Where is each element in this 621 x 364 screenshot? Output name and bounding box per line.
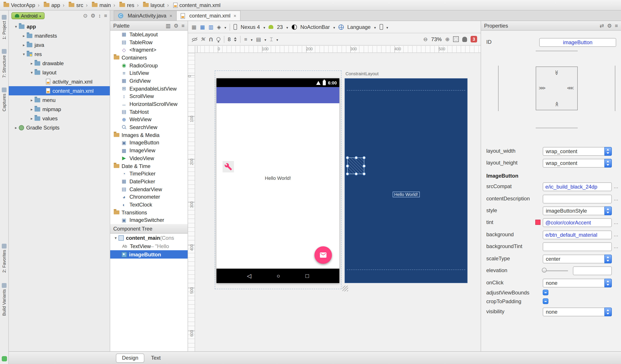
tree-expand-icon[interactable] bbox=[113, 236, 119, 240]
tree-expand-icon[interactable] bbox=[13, 125, 19, 130]
image-button-widget[interactable] bbox=[223, 161, 234, 172]
orientation-diamond-icon[interactable]: ◈ bbox=[217, 24, 221, 30]
gear-icon[interactable]: ⚙ bbox=[90, 13, 95, 19]
tree-item[interactable]: Gradle Scripts bbox=[9, 123, 110, 132]
croptopadding-checkbox[interactable] bbox=[543, 298, 548, 304]
tool-window-button[interactable]: Captures bbox=[2, 87, 7, 111]
tree-item[interactable]: menu bbox=[9, 95, 110, 104]
palette-item[interactable]: GridView bbox=[110, 77, 188, 85]
close-icon[interactable]: × bbox=[170, 13, 172, 18]
layout-height-select[interactable]: wrap_content bbox=[543, 159, 612, 168]
language-select[interactable]: Language bbox=[347, 24, 371, 30]
palette-item[interactable]: ImageSwitcher bbox=[110, 216, 188, 224]
stepper-icon[interactable] bbox=[604, 255, 612, 263]
constraint-inspector[interactable] bbox=[481, 47, 621, 133]
palette-item[interactable]: ExpandableListView bbox=[110, 85, 188, 92]
tree-expand-icon[interactable] bbox=[29, 107, 34, 111]
slider-knob[interactable] bbox=[542, 268, 547, 273]
guideline-menu-icon[interactable]: ⌶ bbox=[270, 36, 273, 42]
infer-constraints-icon[interactable] bbox=[216, 37, 220, 41]
navigate-icon[interactable]: ⊙ bbox=[83, 13, 87, 19]
palette-item[interactable]: TableRow bbox=[110, 38, 188, 46]
palette-item[interactable]: CalendarView bbox=[110, 186, 188, 193]
tree-item[interactable]: content_main.xml bbox=[9, 86, 110, 95]
tree-expand-icon[interactable] bbox=[29, 116, 34, 121]
browse-button[interactable]: … bbox=[614, 196, 619, 201]
blueprint-preview[interactable]: Hello World! bbox=[345, 78, 467, 283]
tree-item[interactable]: mipmap bbox=[9, 104, 110, 114]
palette-item[interactable]: ImageButton bbox=[110, 139, 188, 147]
design-canvas[interactable]: 6:00 Hello World! ◁ bbox=[195, 53, 481, 351]
palette-item[interactable]: SearchView bbox=[110, 124, 188, 131]
palette-item[interactable]: ImageView bbox=[110, 147, 188, 155]
elevation-input[interactable] bbox=[573, 266, 612, 275]
style-select[interactable]: imageButtonStyle bbox=[543, 207, 612, 215]
background-input[interactable] bbox=[543, 231, 612, 239]
contentdescription-input[interactable] bbox=[543, 195, 612, 203]
tree-item[interactable]: java bbox=[9, 40, 110, 50]
design-surface-icon[interactable]: ▦ bbox=[191, 24, 197, 30]
palette-view-mode-icon[interactable]: ▥ bbox=[166, 22, 171, 29]
palette-item[interactable]: <fragment> bbox=[110, 46, 188, 54]
device-select[interactable]: Nexus 4 bbox=[241, 24, 260, 30]
palette-item[interactable]: TableLayout bbox=[110, 31, 188, 38]
component-tree-imagebutton[interactable]: imageButton bbox=[110, 250, 188, 259]
design-tab[interactable]: Design bbox=[116, 353, 145, 363]
autoconnect-off-icon[interactable]: ✎ bbox=[201, 36, 206, 42]
constraint-widget-box[interactable] bbox=[536, 67, 578, 110]
tree-expand-icon[interactable] bbox=[21, 43, 27, 47]
hide-panel-icon[interactable]: ≡ bbox=[104, 13, 107, 19]
gear-icon[interactable]: ⚙ bbox=[607, 22, 612, 29]
browse-button[interactable]: … bbox=[614, 220, 619, 225]
tree-expand-icon[interactable] bbox=[29, 70, 34, 75]
tree-expand-icon[interactable] bbox=[13, 24, 19, 29]
browse-button[interactable]: … bbox=[614, 244, 619, 249]
design-preview[interactable]: 6:00 Hello World! ◁ bbox=[216, 78, 339, 283]
swap-panels-icon[interactable]: ⇄ bbox=[600, 22, 604, 29]
breadcrumb-item[interactable]: res bbox=[111, 2, 134, 8]
tool-window-button[interactable]: Build Variants bbox=[2, 283, 7, 316]
palette-item[interactable]: Containers bbox=[110, 54, 188, 61]
palette-item[interactable]: WebView bbox=[110, 116, 188, 123]
hello-world-blueprint-text[interactable]: Hello World! bbox=[393, 192, 420, 197]
palette-item[interactable]: Date & Time bbox=[110, 162, 188, 170]
rotate-device-icon[interactable] bbox=[380, 24, 383, 30]
editor-tab[interactable]: content_main.xml × bbox=[176, 11, 241, 20]
editor-tab[interactable]: MainActivity.java × bbox=[114, 11, 177, 20]
fab-button[interactable] bbox=[314, 246, 332, 264]
layout-width-select[interactable]: wrap_content bbox=[543, 147, 612, 156]
theme-select[interactable]: NoActionBar bbox=[300, 24, 330, 30]
tree-item[interactable]: layout bbox=[9, 68, 110, 77]
browse-button[interactable]: … bbox=[614, 184, 619, 189]
default-margin-value[interactable]: 8 bbox=[228, 36, 230, 42]
breadcrumb-item[interactable]: content_main.xml bbox=[164, 2, 220, 8]
tree-expand-icon[interactable] bbox=[21, 34, 27, 38]
component-tree-textview[interactable]: TextView – "Hello bbox=[110, 242, 188, 250]
tree-item[interactable]: values bbox=[9, 114, 110, 123]
palette-item[interactable]: Chronometer bbox=[110, 193, 188, 201]
error-count-badge[interactable]: 3 bbox=[471, 36, 477, 42]
visibility-select[interactable]: none bbox=[543, 308, 612, 316]
hide-constraints-icon[interactable] bbox=[191, 36, 198, 42]
tree-item[interactable]: app bbox=[9, 22, 110, 31]
tree-item[interactable]: activity_main.xml bbox=[9, 77, 110, 86]
srccompat-input[interactable] bbox=[543, 182, 612, 191]
pack-menu-icon[interactable]: ▤ bbox=[256, 36, 261, 42]
stepper-icon[interactable] bbox=[604, 279, 612, 287]
margin-stepper-icon[interactable] bbox=[234, 37, 237, 41]
zoom-out-icon[interactable]: ⊖ bbox=[423, 36, 428, 42]
tree-expand-icon[interactable] bbox=[29, 98, 34, 102]
hello-world-text[interactable]: Hello World! bbox=[216, 175, 339, 181]
palette-item[interactable]: VideoView bbox=[110, 155, 188, 162]
text-tab[interactable]: Text bbox=[145, 353, 166, 363]
pan-icon[interactable] bbox=[462, 36, 467, 42]
both-surfaces-icon[interactable]: ▥ bbox=[208, 24, 213, 30]
palette-item[interactable]: RadioGroup bbox=[110, 62, 188, 69]
tree-expand-icon[interactable] bbox=[29, 61, 34, 65]
tree-expand-icon[interactable] bbox=[21, 52, 27, 56]
palette-item[interactable]: TimePicker bbox=[110, 170, 188, 178]
align-menu-icon[interactable]: ≡ bbox=[244, 36, 247, 42]
color-swatch[interactable] bbox=[535, 220, 540, 225]
zoom-fit-icon[interactable] bbox=[453, 36, 459, 42]
tree-item[interactable]: manifests bbox=[9, 31, 110, 40]
